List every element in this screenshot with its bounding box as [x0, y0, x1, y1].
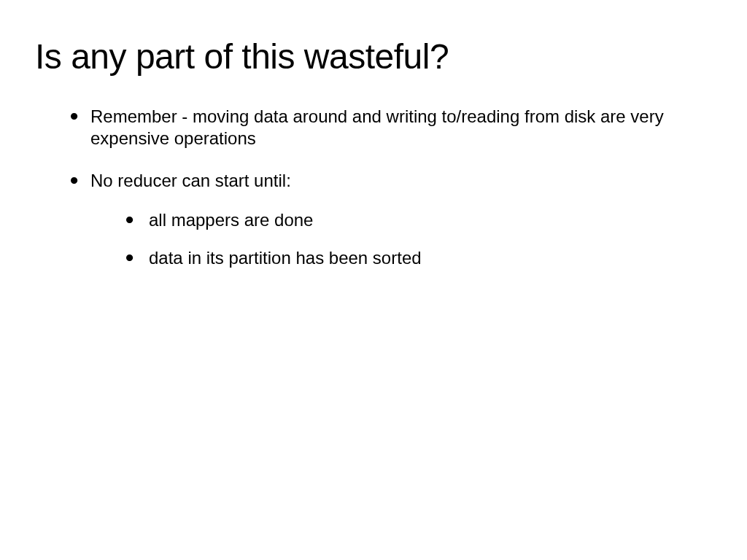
sub-bullet-item: all mappers are done [125, 209, 711, 231]
bullet-item: Remember - moving data around and writin… [70, 106, 711, 149]
bullet-item: No reducer can start until: all mappers … [70, 170, 711, 269]
bullet-text: No reducer can start until: [90, 171, 291, 190]
sub-bullet-text: data in its partition has been sorted [149, 248, 422, 268]
sub-bullet-item: data in its partition has been sorted [125, 247, 711, 269]
slide-title: Is any part of this wasteful? [35, 36, 711, 77]
sub-bullet-text: all mappers are done [149, 210, 313, 230]
bullet-list: Remember - moving data around and writin… [35, 106, 711, 269]
bullet-text: Remember - moving data around and writin… [90, 106, 664, 148]
sub-bullet-list: all mappers are done data in its partiti… [90, 209, 711, 269]
